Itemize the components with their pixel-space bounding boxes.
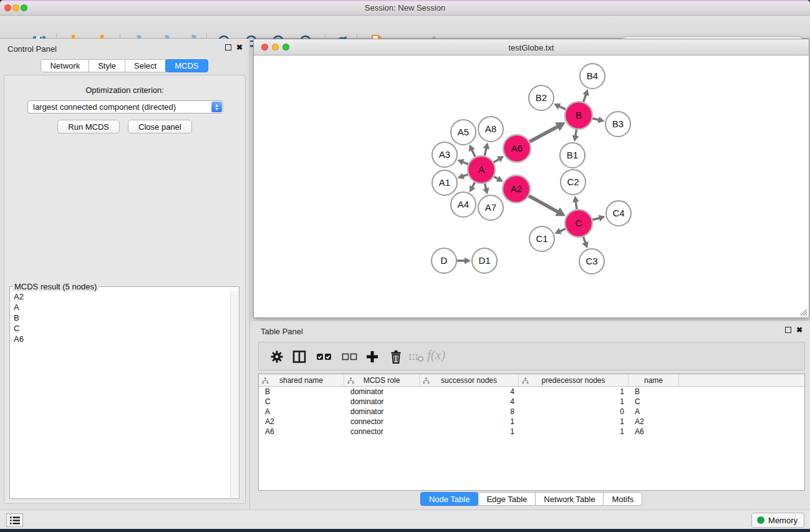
memory-button[interactable]: Memory xyxy=(751,513,804,528)
table-cell[interactable]: A6 xyxy=(259,427,344,437)
graph-node-A3[interactable]: A3 xyxy=(432,142,457,167)
table-cell[interactable]: A xyxy=(259,407,344,417)
task-history-button[interactable] xyxy=(6,513,23,527)
node-table-body: Bdominator41BCdominator41CAdominator80AA… xyxy=(259,387,804,437)
table-cell[interactable]: C xyxy=(629,397,679,407)
result-item[interactable]: B xyxy=(10,312,230,323)
settings-gear-icon[interactable] xyxy=(269,349,284,364)
tab-style[interactable]: Style xyxy=(89,59,125,72)
tab-mcds[interactable]: MCDS xyxy=(165,59,208,72)
table-cell[interactable]: 8 xyxy=(420,407,519,417)
float-panel-icon[interactable] xyxy=(225,44,231,51)
table-toolbar: f(x) xyxy=(258,342,805,370)
network-window-titlebar[interactable]: testGlobe.txt xyxy=(254,39,809,56)
graph-node-C1[interactable]: C1 xyxy=(529,226,554,251)
resize-grip-icon[interactable] xyxy=(799,308,808,316)
graph-node-D[interactable]: D xyxy=(432,248,456,273)
delete-table-icon[interactable] xyxy=(408,349,423,364)
result-item[interactable]: A xyxy=(10,302,230,312)
show-column-icon[interactable] xyxy=(292,349,307,364)
graph-node-A5[interactable]: A5 xyxy=(451,120,476,145)
float-table-panel-icon[interactable] xyxy=(785,327,791,333)
column-header-predecessor-nodes[interactable]: predecessor nodes xyxy=(519,374,629,386)
table-row[interactable]: Cdominator41C xyxy=(259,397,804,407)
table-cell[interactable]: A2 xyxy=(259,417,344,427)
table-cell[interactable]: 1 xyxy=(420,427,519,437)
deselect-all-icon[interactable] xyxy=(342,349,357,364)
table-row[interactable]: Bdominator41B xyxy=(259,387,804,397)
table-cell[interactable]: A6 xyxy=(629,427,679,437)
close-table-panel-icon[interactable]: ✖ xyxy=(796,327,803,333)
column-header-mcds-role[interactable]: MCDS role xyxy=(344,374,420,386)
close-panel-icon[interactable]: ✖ xyxy=(236,44,243,51)
table-cell[interactable]: connector xyxy=(344,417,420,427)
svg-text:A3: A3 xyxy=(439,149,450,160)
graph-node-A6[interactable]: A6 xyxy=(503,135,531,162)
graph-node-B1[interactable]: B1 xyxy=(560,143,585,168)
graph-node-A[interactable]: A xyxy=(468,156,495,183)
table-cell[interactable]: 4 xyxy=(420,387,519,397)
run-mcds-button[interactable]: Run MCDS xyxy=(57,120,120,133)
table-cell[interactable]: dominator xyxy=(344,397,420,407)
tab-edge-table[interactable]: Edge Table xyxy=(478,492,536,506)
table-cell[interactable]: 1 xyxy=(519,417,629,427)
table-cell[interactable]: 1 xyxy=(519,387,629,397)
graph-node-D1[interactable]: D1 xyxy=(472,248,497,273)
table-cell[interactable]: 1 xyxy=(519,397,629,407)
function-builder-icon[interactable]: f(x) xyxy=(427,347,445,363)
svg-text:D1: D1 xyxy=(478,255,490,266)
graph-node-A2[interactable]: A2 xyxy=(503,175,530,203)
graph-node-B3[interactable]: B3 xyxy=(605,112,630,137)
window-title: Session: New Session xyxy=(0,3,810,12)
graph-node-C3[interactable]: C3 xyxy=(579,249,604,274)
table-cell[interactable]: B xyxy=(259,387,344,397)
select-all-icon[interactable] xyxy=(316,349,331,364)
delete-row-icon[interactable] xyxy=(388,349,403,364)
close-panel-button[interactable]: Close panel xyxy=(128,120,192,133)
result-item[interactable]: A2 xyxy=(10,291,230,302)
criterion-dropdown[interactable]: largest connected component (directed) ▲… xyxy=(27,100,223,114)
graph-node-B4[interactable]: B4 xyxy=(580,64,605,89)
table-cell[interactable]: 1 xyxy=(519,427,629,437)
graph-node-A7[interactable]: A7 xyxy=(478,195,503,220)
graph-node-A8[interactable]: A8 xyxy=(478,117,503,142)
panel-divider[interactable] xyxy=(249,39,250,510)
result-item[interactable]: A6 xyxy=(10,334,230,344)
node-table: shared nameMCDS rolesuccessor nodesprede… xyxy=(258,374,805,491)
application-window: Session: New Session xyxy=(0,0,810,529)
table-cell[interactable]: B xyxy=(629,387,679,397)
table-cell[interactable]: dominator xyxy=(344,387,420,397)
graph-node-B2[interactable]: B2 xyxy=(529,85,554,110)
graph-node-C2[interactable]: C2 xyxy=(561,170,586,195)
table-cell[interactable]: dominator xyxy=(344,407,420,417)
svg-text:A8: A8 xyxy=(485,123,496,134)
tab-select[interactable]: Select xyxy=(125,59,166,72)
table-cell[interactable]: 4 xyxy=(420,397,519,407)
graph-node-B[interactable]: B xyxy=(565,102,592,129)
table-cell[interactable]: A2 xyxy=(629,417,679,427)
column-header-shared-name[interactable]: shared name xyxy=(259,374,344,386)
graph-node-A1[interactable]: A1 xyxy=(432,170,457,195)
result-item[interactable]: C xyxy=(10,323,230,334)
tab-network[interactable]: Network xyxy=(41,59,89,72)
network-graph[interactable]: B4B2BB3A8A5A6A3B1AC2A1A2A4A7C4CC1DD1C3 xyxy=(254,56,809,317)
tab-motifs[interactable]: Motifs xyxy=(603,492,642,506)
table-cell[interactable]: 0 xyxy=(519,407,629,417)
column-header-successor-nodes[interactable]: successor nodes xyxy=(420,374,519,386)
table-panel-tabs: Node TableEdge TableNetwork TableMotifs xyxy=(253,492,810,506)
table-row[interactable]: A6connector11A6 xyxy=(259,427,804,437)
result-scrollbar[interactable] xyxy=(230,291,238,498)
graph-node-A4[interactable]: A4 xyxy=(451,192,476,217)
column-header-name[interactable]: name xyxy=(629,374,679,386)
table-cell[interactable]: C xyxy=(259,397,344,407)
table-cell[interactable]: A xyxy=(629,407,679,417)
tab-network-table[interactable]: Network Table xyxy=(535,492,604,506)
graph-node-C[interactable]: C xyxy=(565,210,592,237)
table-row[interactable]: Adominator80A xyxy=(259,407,804,417)
tab-node-table[interactable]: Node Table xyxy=(420,492,479,506)
graph-node-C4[interactable]: C4 xyxy=(606,201,631,226)
table-cell[interactable]: connector xyxy=(344,427,420,437)
table-cell[interactable]: 1 xyxy=(420,417,519,427)
table-row[interactable]: A2connector11A2 xyxy=(259,417,804,427)
add-row-icon[interactable] xyxy=(365,349,380,364)
